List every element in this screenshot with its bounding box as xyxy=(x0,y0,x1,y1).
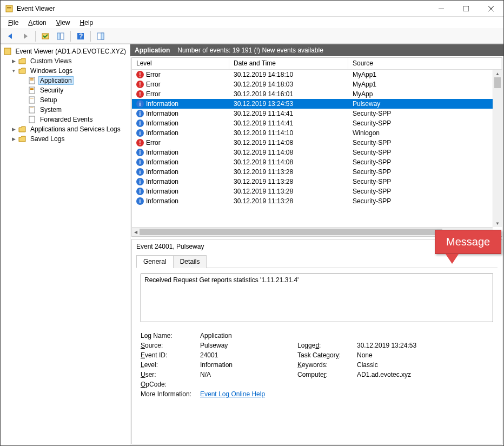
help-button[interactable]: ? xyxy=(74,30,87,42)
event-row[interactable]: iInformation30.12.2019 13:24:53Pulseway xyxy=(132,99,502,109)
expand-icon[interactable]: ▶ xyxy=(10,136,17,142)
info-icon: i xyxy=(136,119,144,127)
svg-text:?: ? xyxy=(79,32,83,40)
svg-rect-4 xyxy=(463,6,469,11)
menu-file[interactable]: File xyxy=(4,18,23,28)
event-source: MyApp1 xyxy=(348,81,502,88)
prop-level-key: Level: xyxy=(141,361,200,369)
event-row[interactable]: iInformation30.12.2019 11:14:08Security-… xyxy=(132,157,502,167)
prop-user-val: N/A xyxy=(200,371,297,378)
scroll-thumb[interactable] xyxy=(494,77,501,88)
event-date: 30.12.2019 11:14:10 xyxy=(229,129,348,137)
show-hide-action-pane-button[interactable] xyxy=(94,30,107,42)
scroll-thumb[interactable] xyxy=(140,229,442,235)
event-message: Received Request Get reports statistics … xyxy=(144,276,299,284)
menu-help[interactable]: Help xyxy=(76,18,98,28)
tree-system[interactable]: System xyxy=(1,105,130,115)
event-row[interactable]: iInformation30.12.2019 11:13:28Security-… xyxy=(132,196,502,206)
svg-rect-2 xyxy=(7,9,11,9)
prop-keywords-key: Keywords: xyxy=(297,361,357,369)
event-row[interactable]: iInformation30.12.2019 11:13:28Security-… xyxy=(132,177,502,187)
minimize-button[interactable] xyxy=(429,1,454,17)
event-row[interactable]: iInformation30.12.2019 11:14:08Security-… xyxy=(132,148,502,157)
folder-icon xyxy=(18,125,26,134)
event-level: Information xyxy=(146,110,178,117)
log-icon xyxy=(28,115,36,124)
window-title: Event Viewer xyxy=(17,5,429,12)
svg-rect-27 xyxy=(30,108,34,108)
column-date[interactable]: Date and Time xyxy=(229,58,348,69)
event-list-body[interactable]: !Error30.12.2019 14:18:10MyApp1!Error30.… xyxy=(132,70,502,236)
maximize-button[interactable] xyxy=(454,1,479,17)
detail-title: Event 24001, Pulseway xyxy=(136,243,204,250)
event-log-help-link[interactable]: Event Log Online Help xyxy=(200,390,297,398)
forward-button[interactable] xyxy=(19,30,32,42)
scroll-up-icon[interactable]: ▲ xyxy=(493,70,502,77)
expand-icon[interactable]: ▶ xyxy=(10,127,17,132)
show-hide-tree-button[interactable] xyxy=(39,30,52,42)
event-row[interactable]: !Error30.12.2019 14:18:10MyApp1 xyxy=(132,70,502,79)
info-icon: i xyxy=(136,129,144,137)
tree-saved-logs[interactable]: ▶ Saved Logs xyxy=(1,134,130,144)
scroll-down-icon[interactable]: ▼ xyxy=(493,219,502,227)
event-source: Security-SPP xyxy=(348,178,502,185)
tree-application[interactable]: Application xyxy=(1,76,130,85)
event-date: 30.12.2019 14:18:03 xyxy=(229,81,348,88)
event-row[interactable]: iInformation30.12.2019 11:13:28Security-… xyxy=(132,167,502,177)
window-buttons xyxy=(429,1,503,17)
navigation-tree[interactable]: Event Viewer (AD1.AD.EVOTEC.XYZ) ▶ Custo… xyxy=(1,44,130,445)
menu-view[interactable]: View xyxy=(52,18,75,28)
properties-button[interactable] xyxy=(54,30,67,42)
column-source[interactable]: Source xyxy=(348,58,502,69)
tree-root[interactable]: Event Viewer (AD1.AD.EVOTEC.XYZ) xyxy=(1,46,130,56)
prop-computer-val: AD1.ad.evotec.xyz xyxy=(357,371,465,378)
svg-rect-11 xyxy=(61,33,64,39)
menu-action[interactable]: Action xyxy=(24,18,50,28)
tree-setup[interactable]: Setup xyxy=(1,95,130,105)
vertical-scrollbar[interactable]: ▲ ▼ xyxy=(493,70,502,227)
tree-label: Forwarded Events xyxy=(38,115,94,124)
scroll-left-icon[interactable]: ◀ xyxy=(132,228,140,236)
event-row[interactable]: !Error30.12.2019 14:16:01MyApp xyxy=(132,89,502,99)
menubar: File Action View Help xyxy=(1,17,503,29)
tree-apps-services[interactable]: ▶ Applications and Services Logs xyxy=(1,124,130,134)
event-level: Error xyxy=(146,71,161,78)
expand-icon[interactable]: ▶ xyxy=(10,58,17,64)
prop-moreinfo-key: More Information: xyxy=(141,390,200,398)
tab-details[interactable]: Details xyxy=(173,255,207,268)
tree-security[interactable]: Security xyxy=(1,85,130,95)
tree-label: Security xyxy=(38,86,65,95)
error-icon: ! xyxy=(136,71,144,78)
event-row[interactable]: !Error30.12.2019 11:14:08Security-SPP xyxy=(132,138,502,148)
event-row[interactable]: iInformation30.12.2019 11:14:10Winlogon xyxy=(132,128,502,138)
event-list-header[interactable]: Level Date and Time Source xyxy=(132,58,502,70)
tree-forwarded[interactable]: Forwarded Events xyxy=(1,115,130,124)
event-row[interactable]: iInformation30.12.2019 11:14:41Security-… xyxy=(132,118,502,128)
prop-eventid-key: Event ID: xyxy=(141,351,200,359)
event-row[interactable]: !Error30.12.2019 14:18:03MyApp1 xyxy=(132,79,502,89)
event-level: Error xyxy=(146,139,161,147)
column-level[interactable]: Level xyxy=(132,58,229,69)
event-message-box[interactable]: Received Request Get reports statistics … xyxy=(141,274,493,322)
svg-rect-18 xyxy=(30,78,34,79)
event-source: Security-SPP xyxy=(348,168,502,176)
event-date: 30.12.2019 13:24:53 xyxy=(229,100,348,108)
tab-general[interactable]: General xyxy=(136,255,174,268)
back-button[interactable] xyxy=(4,30,17,42)
event-row[interactable]: iInformation30.12.2019 11:14:41Security-… xyxy=(132,109,502,118)
titlebar[interactable]: Event Viewer xyxy=(1,1,503,17)
tree-windows-logs[interactable]: ▾ Windows Logs xyxy=(1,66,130,76)
info-icon: i xyxy=(136,168,144,176)
event-row[interactable]: iInformation30.12.2019 11:13:28Security-… xyxy=(132,187,502,196)
eventviewer-icon xyxy=(4,47,11,56)
toolbar: ? xyxy=(1,29,503,44)
prop-source-val: Pulseway xyxy=(200,342,297,349)
event-level: Information xyxy=(146,168,178,176)
collapse-icon[interactable]: ▾ xyxy=(10,68,17,74)
log-icon xyxy=(28,86,36,95)
svg-rect-1 xyxy=(7,7,11,8)
tree-custom-views[interactable]: ▶ Custom Views xyxy=(1,56,130,66)
close-button[interactable] xyxy=(479,1,503,17)
event-source: MyApp xyxy=(348,90,502,98)
folder-icon xyxy=(18,57,26,65)
